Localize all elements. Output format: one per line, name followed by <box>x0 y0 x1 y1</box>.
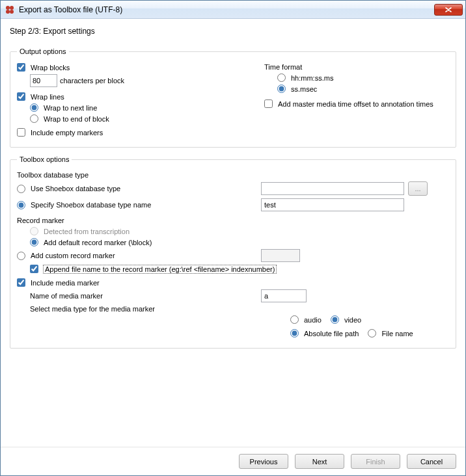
app-icon <box>5 5 15 15</box>
file-name-radio[interactable]: File name <box>368 329 413 337</box>
default-marker-radio[interactable]: Add default record marker (\block) <box>30 238 152 246</box>
footer: Previous Next Finish Cancel <box>1 447 465 475</box>
include-media-checkbox[interactable]: Include media marker <box>17 278 100 287</box>
audio-input[interactable] <box>290 315 299 324</box>
time-format-title: Time format <box>264 63 449 71</box>
abs-path-radio[interactable]: Absolute file path <box>290 329 359 337</box>
output-options-legend: Output options <box>17 47 69 55</box>
ssmsec-radio[interactable]: ss.msec <box>277 85 317 93</box>
ssmsec-input[interactable] <box>277 85 286 93</box>
append-filename-label: Append file name to the record marker (e… <box>44 265 276 273</box>
output-options-group: Output options Wrap blocks characters pe… <box>10 47 456 148</box>
finish-label: Finish <box>366 458 385 466</box>
browse-label: ... <box>415 185 420 192</box>
include-empty-checkbox[interactable]: Include empty markers <box>17 128 103 137</box>
titlebar: Export as Toolbox file (UTF-8) <box>1 1 465 19</box>
audio-label: audio <box>304 316 322 324</box>
detected-label: Detected from transcription <box>44 228 130 235</box>
custom-marker-input[interactable] <box>17 252 25 260</box>
wrap-blocks-label: Wrap blocks <box>31 64 70 72</box>
use-shoebox-input[interactable] <box>17 185 25 193</box>
next-label: Next <box>312 458 327 466</box>
wrap-end-label: Wrap to end of block <box>44 115 109 123</box>
step-header: Step 2/3: Export settings <box>1 19 465 47</box>
previous-label: Previous <box>250 458 278 466</box>
wrap-blocks-input[interactable] <box>17 63 25 72</box>
media-name-label: Name of media marker <box>17 292 261 300</box>
media-name-input[interactable] <box>261 289 307 302</box>
ssmsec-label: ss.msec <box>291 85 317 93</box>
hhmmss-radio[interactable]: hh:mm:ss.ms <box>277 73 333 82</box>
cancel-label: Cancel <box>420 458 443 466</box>
svg-point-2 <box>6 10 10 14</box>
video-radio[interactable]: video <box>331 315 361 324</box>
hhmmss-label: hh:mm:ss.ms <box>291 74 333 82</box>
wrap-lines-checkbox[interactable]: Wrap lines <box>17 92 64 101</box>
dbtype-title: Toolbox database type <box>17 171 449 179</box>
chars-per-block-input[interactable] <box>30 74 57 87</box>
toolbox-options-group: Toolbox options Toolbox database type Us… <box>10 155 456 349</box>
add-offset-label: Add master media time offset to annotati… <box>278 100 433 108</box>
finish-button: Finish <box>351 454 400 469</box>
wrap-lines-label: Wrap lines <box>31 93 64 101</box>
wrap-next-label: Wrap to next line <box>44 104 97 112</box>
window-title: Export as Toolbox file (UTF-8) <box>19 5 434 14</box>
custom-marker-radio[interactable]: Add custom record marker <box>17 252 115 260</box>
svg-point-3 <box>10 10 14 14</box>
add-offset-checkbox[interactable]: Add master media time offset to annotati… <box>264 99 433 108</box>
file-name-label: File name <box>381 330 413 337</box>
file-name-input[interactable] <box>368 329 376 337</box>
hhmmss-input[interactable] <box>277 73 286 82</box>
add-offset-input[interactable] <box>264 99 273 108</box>
wrap-lines-input[interactable] <box>17 92 25 101</box>
detected-input <box>30 227 38 235</box>
media-type-label: Select media type for the media marker <box>17 305 261 313</box>
default-marker-label: Add default record marker (\block) <box>44 239 152 246</box>
svg-point-1 <box>10 6 14 10</box>
abs-path-label: Absolute file path <box>304 330 359 337</box>
wrap-end-radio[interactable]: Wrap to end of block <box>30 114 109 123</box>
close-icon <box>445 7 452 12</box>
wrap-blocks-checkbox[interactable]: Wrap blocks <box>17 63 70 72</box>
specify-dbname-radio[interactable]: Specify Shoebox database type name <box>17 201 151 209</box>
append-filename-checkbox[interactable]: Append file name to the record marker (e… <box>30 265 276 273</box>
video-label: video <box>344 316 361 324</box>
record-marker-title: Record marker <box>17 217 449 224</box>
toolbox-options-legend: Toolbox options <box>17 155 72 163</box>
abs-path-input[interactable] <box>290 329 299 337</box>
dbname-input[interactable] <box>261 198 404 211</box>
use-shoebox-label: Use Shoebox database type <box>31 185 120 192</box>
custom-marker-label: Add custom record marker <box>31 252 115 259</box>
browse-button[interactable]: ... <box>408 181 428 196</box>
audio-radio[interactable]: audio <box>290 315 322 324</box>
custom-marker-value-input <box>261 249 300 262</box>
append-filename-input[interactable] <box>30 265 38 273</box>
specify-dbname-input[interactable] <box>17 201 25 209</box>
specify-dbname-label: Specify Shoebox database type name <box>31 201 151 209</box>
include-media-input[interactable] <box>17 278 25 287</box>
include-empty-label: Include empty markers <box>31 129 103 137</box>
close-button[interactable] <box>434 4 463 16</box>
previous-button[interactable]: Previous <box>239 454 288 469</box>
wrap-next-radio[interactable]: Wrap to next line <box>30 103 97 112</box>
wrap-next-input[interactable] <box>30 103 38 112</box>
content-area: Output options Wrap blocks characters pe… <box>1 47 465 447</box>
chars-per-block-suffix: characters per block <box>60 77 124 85</box>
next-button[interactable]: Next <box>295 454 344 469</box>
shoebox-file-input <box>261 182 404 195</box>
detected-radio: Detected from transcription <box>30 227 130 235</box>
wrap-end-input[interactable] <box>30 114 38 123</box>
use-shoebox-radio[interactable]: Use Shoebox database type <box>17 185 120 193</box>
cancel-button[interactable]: Cancel <box>407 454 456 469</box>
video-input[interactable] <box>331 315 339 324</box>
default-marker-input[interactable] <box>30 238 38 246</box>
include-empty-input[interactable] <box>17 128 25 137</box>
include-media-label: Include media marker <box>31 279 100 287</box>
dialog-window: Export as Toolbox file (UTF-8) Step 2/3:… <box>0 0 466 476</box>
svg-point-0 <box>6 6 10 10</box>
